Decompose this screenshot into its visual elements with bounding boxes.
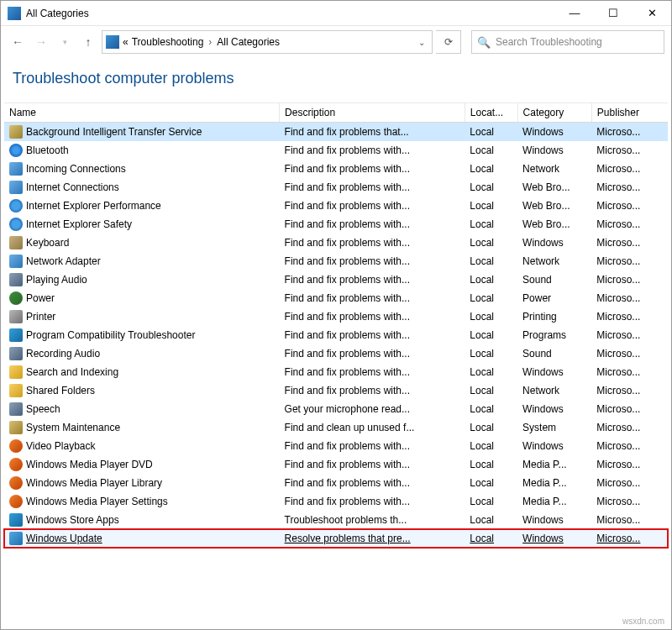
troubleshooter-icon <box>9 384 23 397</box>
table-row[interactable]: Background Intelligent Transfer ServiceF… <box>4 123 668 142</box>
address-history-dropdown[interactable]: ⌄ <box>415 38 428 47</box>
cell-category: Printing <box>517 307 591 326</box>
troubleshooter-icon <box>9 199 23 213</box>
cell-category: Network <box>517 160 591 178</box>
table-row[interactable]: SpeechGet your microphone read...LocalWi… <box>4 400 668 418</box>
cell-publisher: Microso... <box>591 160 668 178</box>
troubleshooter-icon <box>9 532 23 545</box>
cell-category: Media P... <box>517 455 591 474</box>
table-row[interactable]: Program Compatibility TroubleshooterFind… <box>4 326 668 344</box>
address-icon <box>106 35 119 49</box>
app-icon <box>8 7 21 20</box>
troubleshooter-icon <box>9 236 23 249</box>
maximize-button[interactable]: ☐ <box>594 1 633 26</box>
troubleshooter-name: Playing Audio <box>26 274 87 286</box>
table-row[interactable]: Network AdapterFind and fix problems wit… <box>4 252 668 270</box>
table-row[interactable]: Incoming ConnectionsFind and fix problem… <box>4 160 668 178</box>
cell-publisher: Microso... <box>591 197 668 215</box>
window-title: All Categories <box>26 8 89 19</box>
col-header-name[interactable]: Name <box>4 103 280 123</box>
cell-publisher: Microso... <box>591 270 668 289</box>
minimize-button[interactable]: — <box>555 1 594 26</box>
col-header-category[interactable]: Category <box>517 103 591 123</box>
cell-category: Windows <box>517 529 591 548</box>
troubleshooter-icon <box>9 218 23 231</box>
forward-button[interactable]: → <box>31 30 51 54</box>
troubleshooter-icon <box>9 273 23 286</box>
watermark: wsxdn.com <box>622 617 664 626</box>
table-row[interactable]: Windows UpdateResolve problems that pre.… <box>4 529 668 548</box>
troubleshooter-table: Name Description Locat... Category Publi… <box>4 102 668 548</box>
search-placeholder: Search Troubleshooting <box>496 36 602 48</box>
table-row[interactable]: Shared FoldersFind and fix problems with… <box>4 381 668 400</box>
col-header-location[interactable]: Locat... <box>465 103 517 123</box>
table-row[interactable]: Windows Media Player LibraryFind and fix… <box>4 474 668 492</box>
cell-location: Local <box>465 511 517 529</box>
cell-location: Local <box>465 160 517 178</box>
troubleshooter-name: Video Playback <box>26 440 96 452</box>
cell-category: Network <box>517 252 591 270</box>
cell-publisher: Microso... <box>591 381 668 400</box>
up-button[interactable]: ↑ <box>78 30 98 54</box>
troubleshooter-name: Search and Indexing <box>26 366 118 378</box>
cell-description: Find and fix problems with... <box>280 474 465 492</box>
table-row[interactable]: PowerFind and fix problems with...LocalP… <box>4 289 668 307</box>
close-button[interactable]: ✕ <box>633 1 671 26</box>
cell-category: Sound <box>517 270 591 289</box>
cell-publisher: Microso... <box>591 511 668 529</box>
crumb-all-categories[interactable]: All Categories <box>217 36 280 48</box>
troubleshooter-name: Internet Connections <box>26 181 119 193</box>
table-row[interactable]: Internet Explorer PerformanceFind and fi… <box>4 197 668 215</box>
col-header-description[interactable]: Description <box>280 103 465 123</box>
recent-dropdown[interactable]: ▾ <box>55 30 75 54</box>
table-row[interactable]: System MaintenanceFind and clean up unus… <box>4 418 668 437</box>
cell-category: Web Bro... <box>517 215 591 234</box>
col-header-publisher[interactable]: Publisher <box>591 103 668 123</box>
cell-publisher: Microso... <box>591 418 668 437</box>
header-row: Name Description Locat... Category Publi… <box>4 103 668 123</box>
table-row[interactable]: Search and IndexingFind and fix problems… <box>4 363 668 381</box>
cell-location: Local <box>465 178 517 197</box>
crumb-troubleshooting[interactable]: Troubleshooting <box>132 36 204 48</box>
search-input[interactable]: 🔍 Search Troubleshooting <box>471 30 664 54</box>
address-bar[interactable]: « Troubleshooting › All Categories ⌄ <box>102 30 433 54</box>
table-row[interactable]: Playing AudioFind and fix problems with.… <box>4 270 668 289</box>
cell-location: Local <box>465 215 517 234</box>
cell-location: Local <box>465 252 517 270</box>
cell-category: Network <box>517 381 591 400</box>
troubleshooter-name: Windows Update <box>26 533 102 544</box>
cell-publisher: Microso... <box>591 400 668 418</box>
table-row[interactable]: Internet Explorer SafetyFind and fix pro… <box>4 215 668 234</box>
troubleshooter-name: Bluetooth <box>26 144 69 156</box>
table-row[interactable]: PrinterFind and fix problems with...Loca… <box>4 307 668 326</box>
table-row[interactable]: Windows Store AppsTroubleshoot problems … <box>4 511 668 529</box>
table-row[interactable]: Video PlaybackFind and fix problems with… <box>4 437 668 455</box>
troubleshooter-name: Recording Audio <box>26 348 100 360</box>
table-row[interactable]: Internet ConnectionsFind and fix problem… <box>4 178 668 197</box>
cell-description: Find and fix problems with... <box>280 141 465 160</box>
cell-location: Local <box>465 455 517 474</box>
troubleshooter-name: Keyboard <box>26 237 69 249</box>
troubleshooter-icon <box>9 181 23 194</box>
cell-description: Find and fix problems with... <box>280 270 465 289</box>
cell-description: Find and fix problems with... <box>280 215 465 234</box>
table-row[interactable]: BluetoothFind and fix problems with...Lo… <box>4 141 668 160</box>
cell-category: Web Bro... <box>517 178 591 197</box>
cell-location: Local <box>465 289 517 307</box>
table-row[interactable]: Windows Media Player SettingsFind and fi… <box>4 492 668 511</box>
cell-publisher: Microso... <box>591 326 668 344</box>
refresh-button[interactable]: ⟳ <box>436 30 461 54</box>
table-row[interactable]: Windows Media Player DVDFind and fix pro… <box>4 455 668 474</box>
page-title: Troubleshoot computer problems <box>1 58 671 102</box>
troubleshooter-icon <box>9 310 23 323</box>
chevron-right-icon: › <box>208 36 212 48</box>
cell-publisher: Microso... <box>591 123 668 142</box>
table-row[interactable]: KeyboardFind and fix problems with...Loc… <box>4 234 668 252</box>
table-row[interactable]: Recording AudioFind and fix problems wit… <box>4 344 668 363</box>
cell-category: Windows <box>517 511 591 529</box>
cell-location: Local <box>465 344 517 363</box>
back-button[interactable]: ← <box>8 30 28 54</box>
cell-description: Find and fix problems with... <box>280 344 465 363</box>
cell-category: Windows <box>517 363 591 381</box>
cell-publisher: Microso... <box>591 492 668 511</box>
